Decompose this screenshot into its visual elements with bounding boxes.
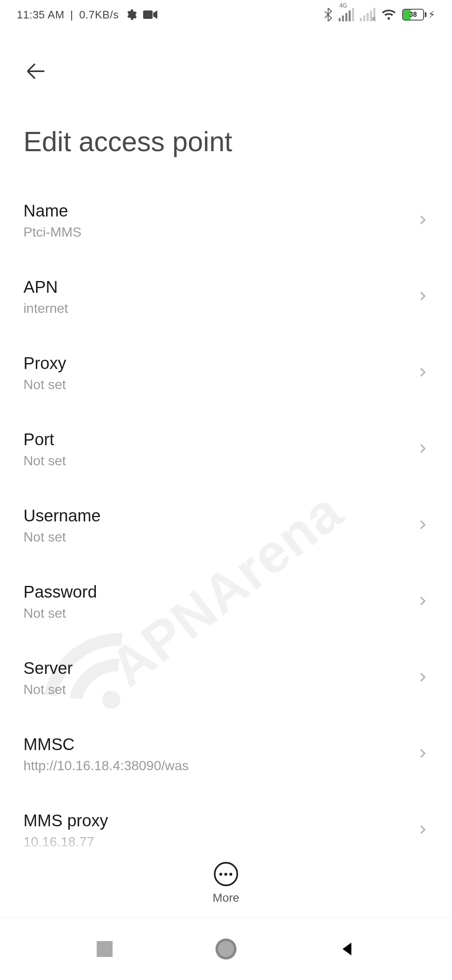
bottom-bar: More [0, 849, 452, 909]
gear-icon [125, 8, 137, 21]
field-value: Not set [23, 453, 417, 469]
charging-icon: ⚡︎ [428, 9, 435, 21]
field-label: MMSC [23, 735, 417, 754]
field-row-proxy[interactable]: ProxyNot set [0, 335, 452, 411]
chevron-right-icon [417, 748, 429, 761]
signal-sim2-icon: ✕ [360, 8, 375, 21]
field-row-username[interactable]: UsernameNot set [0, 487, 452, 564]
field-label: APN [23, 278, 417, 297]
chevron-right-icon [417, 366, 429, 380]
chevron-right-icon [417, 290, 429, 304]
field-value: Not set [23, 682, 417, 697]
android-navbar [0, 917, 452, 980]
back-button[interactable] [23, 54, 57, 88]
chevron-right-icon [417, 443, 429, 456]
field-value: Ptci-MMS [23, 224, 417, 240]
status-speed: 0.7KB/s [79, 8, 119, 21]
network-type: 4G [339, 2, 347, 9]
field-label: Username [23, 506, 417, 525]
field-row-apn[interactable]: APNinternet [0, 259, 452, 335]
signal-sim1-icon: 4G [339, 8, 354, 21]
field-row-password[interactable]: PasswordNot set [0, 564, 452, 640]
field-row-server[interactable]: ServerNot set [0, 640, 452, 716]
settings-list: NamePtci-MMSAPNinternetProxyNot setPortN… [0, 166, 452, 869]
nav-home-button[interactable] [209, 932, 243, 966]
field-value: internet [23, 301, 417, 316]
page-title: Edit access point [23, 126, 429, 157]
field-label: Server [23, 659, 417, 678]
status-time: 11:35 AM [17, 8, 64, 21]
field-value: Not set [23, 377, 417, 392]
wifi-icon [381, 8, 396, 21]
field-value: Not set [23, 529, 417, 545]
field-label: Proxy [23, 354, 417, 373]
field-row-mmsc[interactable]: MMSChttp://10.16.18.4:38090/was [0, 716, 452, 792]
nav-recents-button[interactable] [88, 932, 121, 966]
chevron-right-icon [417, 671, 429, 685]
status-bar: 11:35 AM | 0.7KB/s 4G ✕ [0, 0, 452, 29]
battery-icon: 38 ⚡︎ [402, 9, 435, 21]
chevron-right-icon [417, 595, 429, 609]
chevron-right-icon [417, 214, 429, 227]
field-label: Port [23, 430, 417, 449]
field-value: Not set [23, 606, 417, 621]
nav-back-button[interactable] [331, 932, 364, 966]
status-sep: | [70, 8, 73, 21]
battery-percent: 38 [403, 10, 423, 20]
bluetooth-icon [324, 8, 333, 21]
more-button[interactable]: More [213, 862, 239, 905]
header: Edit access point [0, 29, 452, 166]
more-label: More [213, 891, 239, 905]
more-icon [214, 862, 238, 886]
field-row-port[interactable]: PortNot set [0, 411, 452, 487]
field-row-name[interactable]: NamePtci-MMS [0, 183, 452, 259]
svg-rect-0 [143, 10, 153, 19]
camera-icon [143, 10, 157, 20]
field-label: Name [23, 201, 417, 220]
field-label: MMS proxy [23, 811, 417, 830]
chevron-right-icon [417, 519, 429, 532]
field-value: 10.16.18.77 [23, 834, 417, 850]
field-value: http://10.16.18.4:38090/was [23, 758, 417, 774]
chevron-right-icon [417, 824, 429, 837]
field-label: Password [23, 583, 417, 601]
